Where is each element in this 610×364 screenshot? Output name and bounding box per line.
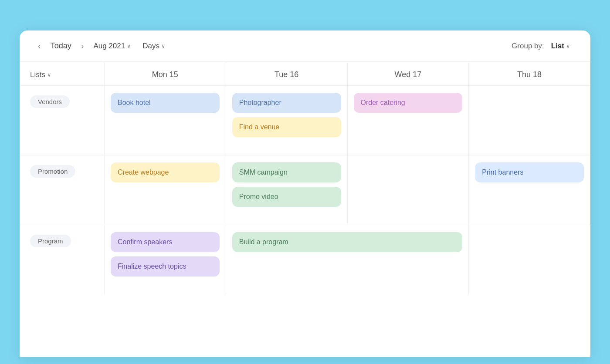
vendors-label-cell: Vendors — [20, 86, 105, 155]
promotion-wed-cell — [348, 155, 469, 225]
program-mon-cell: Confirm speakers Finalize speech topics — [105, 225, 226, 295]
vendors-wed-cell: Order catering — [348, 86, 469, 155]
view-dropdown[interactable]: Days ∨ — [138, 39, 170, 53]
confirm-speakers-card[interactable]: Confirm speakers — [111, 232, 220, 252]
lists-chevron-icon: ∨ — [47, 71, 51, 78]
col-header-mon: Mon 15 — [105, 62, 226, 86]
lists-header-label: Lists — [30, 71, 45, 79]
order-catering-card[interactable]: Order catering — [354, 93, 463, 113]
app-container: ‹ Today › Aug 2021 ∨ Days ∨ Group by: Li… — [20, 30, 590, 357]
month-dropdown[interactable]: Aug 2021 ∨ — [89, 39, 136, 53]
month-chevron-icon: ∨ — [127, 43, 131, 49]
view-chevron-icon: ∨ — [161, 43, 166, 49]
next-button[interactable]: › — [78, 39, 87, 53]
vendors-thu-cell — [469, 86, 590, 155]
program-thu-cell — [469, 225, 590, 295]
book-hotel-card[interactable]: Book hotel — [111, 93, 220, 113]
group-by-label: Group by: — [512, 42, 544, 51]
col-header-thu: Thu 18 — [469, 62, 590, 86]
promotion-tue-cell: SMM campaign Promo video — [226, 155, 348, 225]
find-venue-card[interactable]: Find a venue — [232, 117, 341, 137]
finalize-speech-card[interactable]: Finalize speech topics — [111, 256, 220, 276]
program-tue-wed-cell: Build a program — [226, 225, 469, 295]
print-banners-card[interactable]: Print banners — [475, 162, 584, 182]
create-webpage-card[interactable]: Create webpage — [111, 162, 220, 182]
month-label: Aug 2021 — [93, 42, 125, 51]
toolbar-right: Group by: List ∨ — [512, 39, 575, 53]
group-by-chevron-icon: ∨ — [566, 43, 570, 49]
col-header-tue: Tue 16 — [226, 62, 348, 86]
vendors-tue-cell: Photographer Find a venue — [226, 86, 348, 155]
smm-campaign-card[interactable]: SMM campaign — [232, 162, 341, 182]
col-header-wed: Wed 17 — [348, 62, 469, 86]
photographer-card[interactable]: Photographer — [232, 93, 341, 113]
program-label-cell: Program — [20, 225, 105, 295]
promotion-label-cell: Promotion — [20, 155, 105, 225]
today-button[interactable]: Today — [46, 39, 76, 53]
promotion-mon-cell: Create webpage — [105, 155, 226, 225]
toolbar: ‹ Today › Aug 2021 ∨ Days ∨ Group by: Li… — [20, 30, 590, 62]
promotion-label: Promotion — [30, 165, 75, 178]
group-by-value: List — [551, 42, 564, 51]
promo-video-card[interactable]: Promo video — [232, 187, 341, 207]
view-label: Days — [142, 42, 159, 51]
prev-button[interactable]: ‹ — [35, 39, 44, 53]
toolbar-left: ‹ Today › Aug 2021 ∨ Days ∨ — [35, 39, 505, 53]
promotion-thu-cell: Print banners — [469, 155, 590, 225]
build-program-card[interactable]: Build a program — [232, 232, 463, 252]
vendors-label: Vendors — [30, 95, 70, 108]
program-label: Program — [30, 235, 71, 247]
calendar-grid: Lists ∨ Mon 15 Tue 16 Wed 17 Thu 18 Vend… — [20, 62, 590, 295]
group-by-dropdown[interactable]: List ∨ — [547, 39, 575, 53]
vendors-mon-cell: Book hotel — [105, 86, 226, 155]
col-header-lists: Lists ∨ — [20, 62, 105, 86]
